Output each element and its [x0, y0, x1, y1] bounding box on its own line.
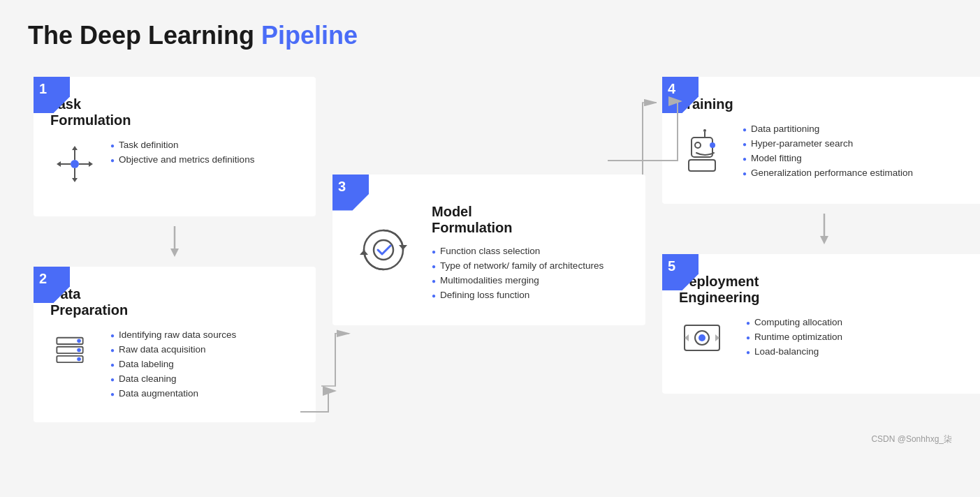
training-icon: [679, 124, 731, 176]
svg-marker-30: [820, 236, 828, 244]
svg-marker-21: [399, 245, 407, 250]
list-item: Data partitioning: [743, 124, 913, 134]
list-item: Data augmentation: [110, 388, 236, 399]
card1-title: Task Formulation: [50, 96, 299, 128]
card-training: 4 Training: [662, 77, 980, 204]
list-item: Hyper-parameter search: [743, 138, 913, 149]
arrow-down-1-2: [28, 222, 321, 261]
list-item: Raw data acquisition: [110, 344, 236, 355]
list-item: Load-balancing: [746, 346, 842, 357]
list-item: Runtime optimization: [746, 332, 842, 342]
svg-point-14: [77, 339, 81, 343]
list-item: Computing allocation: [746, 317, 842, 327]
svg-point-28: [703, 129, 706, 132]
list-item: Task definition: [110, 140, 254, 150]
arrow-down-4-5: [657, 209, 980, 248]
svg-marker-10: [170, 248, 179, 257]
list-item: Objective and metrics definitions: [110, 154, 254, 165]
card3-list: Function class selection Type of network…: [432, 246, 604, 300]
list-item: Function class selection: [432, 246, 604, 256]
card4-title: Training: [679, 96, 970, 112]
list-item: Multimodalities merging: [432, 275, 604, 285]
card2-title: Data Preparation: [50, 286, 299, 318]
svg-rect-26: [689, 160, 715, 171]
svg-marker-8: [89, 161, 93, 167]
svg-point-25: [710, 142, 715, 148]
list-item: Data cleaning: [110, 373, 236, 384]
card5-title: Deployment Engineering: [679, 274, 970, 306]
deployment-icon: [679, 317, 735, 366]
svg-point-20: [374, 240, 393, 260]
svg-point-16: [77, 357, 81, 361]
svg-marker-2: [72, 146, 78, 150]
card-task-formulation: 1 Task Formulation: [34, 77, 316, 216]
svg-point-15: [77, 348, 81, 352]
svg-point-0: [71, 160, 79, 168]
svg-marker-6: [57, 161, 61, 167]
card2-list: Identifying raw data sources Raw data ac…: [110, 329, 236, 403]
svg-point-33: [699, 334, 705, 341]
watermark: CSDN @Sonhhxg_柒: [28, 433, 952, 445]
list-item: Model fitting: [743, 153, 913, 163]
list-item: Data labeling: [110, 359, 236, 369]
svg-point-24: [695, 142, 701, 148]
card5-list: Computing allocation Runtime optimizatio…: [746, 317, 842, 361]
task-formulation-icon: [50, 140, 99, 188]
card1-list: Task definition Objective and metrics de…: [110, 140, 254, 169]
list-item: Generalization performance estimation: [743, 168, 913, 178]
list-item: Identifying raw data sources: [110, 329, 236, 340]
list-item: Defining loss function: [432, 290, 604, 300]
svg-marker-4: [72, 178, 78, 182]
card-deployment-engineering: 5 Deployment Engineering: [662, 254, 980, 394]
card-data-preparation: 2 Data Preparation Identifying raw data …: [34, 267, 316, 422]
svg-marker-22: [360, 250, 368, 255]
card3-title: Model Formulation: [432, 204, 604, 236]
model-formulation-icon: [352, 218, 415, 281]
data-preparation-icon: [50, 329, 99, 378]
list-item: Type of network/ family of architectures: [432, 260, 604, 271]
card-model-formulation: 3 Model Fo: [332, 175, 645, 325]
card4-list: Data partitioning Hyper-parameter search…: [743, 124, 913, 182]
page-title: The Deep Learning Pipeline: [28, 21, 952, 50]
